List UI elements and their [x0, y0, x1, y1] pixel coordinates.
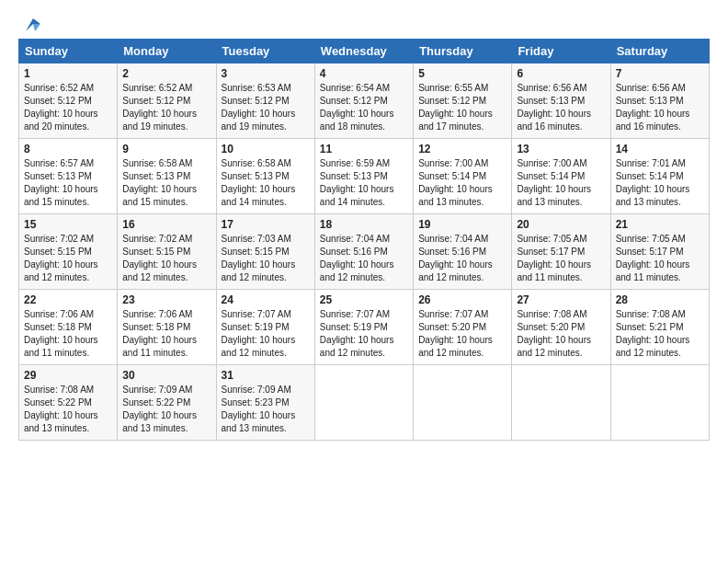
day-number: 15 [24, 218, 112, 231]
cell-text-line: Daylight: 10 hours [222, 183, 310, 196]
cell-text-line: Sunrise: 7:08 AM [616, 308, 704, 321]
cell-text-line: and 19 minutes. [122, 121, 210, 133]
day-cell: 8Sunrise: 6:57 AMSunset: 5:13 PMDaylight… [19, 139, 118, 214]
cell-text-line: Sunrise: 6:59 AM [320, 157, 408, 170]
cell-text-line: Sunrise: 6:56 AM [616, 82, 704, 95]
cell-text-line: Daylight: 10 hours [418, 334, 506, 347]
cell-text-line: Sunset: 5:15 PM [222, 246, 310, 259]
cell-text-line: Daylight: 10 hours [222, 409, 310, 422]
day-number: 9 [122, 143, 210, 155]
week-row-2: 8Sunrise: 6:57 AMSunset: 5:13 PMDaylight… [19, 139, 710, 214]
day-number: 8 [24, 143, 112, 155]
day-number: 18 [320, 218, 408, 231]
cell-text-line: Daylight: 10 hours [122, 409, 210, 422]
day-number: 16 [122, 218, 210, 231]
cell-text-line: Daylight: 10 hours [222, 108, 310, 121]
cell-text-line: Daylight: 10 hours [616, 183, 704, 196]
day-number: 29 [24, 369, 112, 382]
day-number: 14 [616, 143, 704, 155]
day-number: 5 [418, 67, 506, 80]
calendar-table: SundayMondayTuesdayWednesdayThursdayFrid… [18, 39, 710, 441]
day-number: 28 [616, 293, 704, 306]
cell-text-line: Sunrise: 7:07 AM [222, 308, 310, 321]
week-row-5: 29Sunrise: 7:08 AMSunset: 5:22 PMDayligh… [19, 365, 710, 441]
cell-text-line: Sunset: 5:23 PM [222, 396, 310, 409]
cell-text-line: Daylight: 10 hours [418, 259, 506, 271]
day-cell: 13Sunrise: 7:00 AMSunset: 5:14 PMDayligh… [512, 139, 610, 214]
logo [18, 17, 44, 33]
day-number: 26 [418, 293, 506, 306]
cell-text-line: Daylight: 10 hours [616, 334, 704, 347]
day-cell: 21Sunrise: 7:05 AMSunset: 5:17 PMDayligh… [610, 214, 709, 290]
cell-text-line: Daylight: 10 hours [616, 259, 704, 271]
svg-marker-1 [33, 24, 40, 31]
cell-text-line: and 12 minutes. [320, 271, 408, 284]
cell-text-line: and 15 minutes. [122, 196, 210, 209]
day-cell: 1Sunrise: 6:52 AMSunset: 5:12 PMDaylight… [19, 63, 118, 139]
day-number: 23 [122, 293, 210, 306]
day-number: 30 [122, 369, 210, 382]
day-number: 11 [320, 143, 408, 155]
day-cell: 30Sunrise: 7:09 AMSunset: 5:22 PMDayligh… [118, 365, 216, 441]
cell-text-line: and 13 minutes. [222, 422, 310, 435]
cell-text-line: Daylight: 10 hours [418, 183, 506, 196]
day-number: 24 [222, 293, 310, 306]
day-cell: 12Sunrise: 7:00 AMSunset: 5:14 PMDayligh… [414, 139, 512, 214]
day-cell: 7Sunrise: 6:56 AMSunset: 5:13 PMDaylight… [610, 63, 709, 139]
day-number: 1 [24, 67, 112, 80]
day-cell: 27Sunrise: 7:08 AMSunset: 5:20 PMDayligh… [512, 290, 610, 365]
cell-text-line: and 16 minutes. [517, 121, 605, 133]
cell-text-line: Sunset: 5:20 PM [517, 321, 605, 334]
cell-text-line: and 18 minutes. [320, 121, 408, 133]
cell-text-line: Sunset: 5:14 PM [517, 170, 605, 183]
cell-text-line: Sunrise: 7:05 AM [517, 233, 605, 246]
cell-text-line: Sunrise: 6:58 AM [122, 157, 210, 170]
cell-text-line: and 11 minutes. [24, 347, 112, 360]
cell-text-line: Sunset: 5:13 PM [24, 170, 112, 183]
day-cell: 2Sunrise: 6:52 AMSunset: 5:12 PMDaylight… [118, 63, 216, 139]
cell-text-line: Sunset: 5:12 PM [222, 95, 310, 108]
day-number: 4 [320, 67, 408, 80]
cell-text-line: Sunset: 5:13 PM [517, 95, 605, 108]
cell-text-line: Sunrise: 7:07 AM [320, 308, 408, 321]
cell-text-line: and 14 minutes. [320, 196, 408, 209]
cell-text-line: Sunrise: 6:53 AM [222, 82, 310, 95]
day-cell: 16Sunrise: 7:02 AMSunset: 5:15 PMDayligh… [118, 214, 216, 290]
day-number: 12 [418, 143, 506, 155]
cell-text-line: Sunrise: 7:00 AM [517, 157, 605, 170]
header-cell-thursday: Thursday [414, 40, 512, 63]
cell-text-line: Sunrise: 6:54 AM [320, 82, 408, 95]
cell-text-line: Daylight: 10 hours [122, 183, 210, 196]
cell-text-line: Daylight: 10 hours [222, 259, 310, 271]
page: SundayMondayTuesdayWednesdayThursdayFrid… [0, 0, 728, 563]
day-cell: 18Sunrise: 7:04 AMSunset: 5:16 PMDayligh… [314, 214, 413, 290]
day-cell: 26Sunrise: 7:07 AMSunset: 5:20 PMDayligh… [414, 290, 512, 365]
cell-text-line: and 12 minutes. [616, 347, 704, 360]
cell-text-line: Sunset: 5:13 PM [122, 170, 210, 183]
cell-text-line: Sunset: 5:17 PM [517, 246, 605, 259]
header-cell-wednesday: Wednesday [314, 40, 413, 63]
cell-text-line: Sunset: 5:13 PM [616, 95, 704, 108]
logo-icon [22, 17, 42, 33]
cell-text-line: Sunset: 5:22 PM [122, 396, 210, 409]
cell-text-line: and 12 minutes. [222, 271, 310, 284]
cell-text-line: Sunrise: 7:02 AM [122, 233, 210, 246]
day-cell: 9Sunrise: 6:58 AMSunset: 5:13 PMDaylight… [118, 139, 216, 214]
cell-text-line: Sunrise: 7:08 AM [24, 384, 112, 396]
cell-text-line: Daylight: 10 hours [122, 108, 210, 121]
day-number: 7 [616, 67, 704, 80]
header-cell-saturday: Saturday [610, 40, 709, 63]
week-row-3: 15Sunrise: 7:02 AMSunset: 5:15 PMDayligh… [19, 214, 710, 290]
cell-text-line: Daylight: 10 hours [24, 108, 112, 121]
cell-text-line: Sunrise: 7:06 AM [122, 308, 210, 321]
day-cell: 24Sunrise: 7:07 AMSunset: 5:19 PMDayligh… [216, 290, 314, 365]
cell-text-line: and 20 minutes. [24, 121, 112, 133]
cell-text-line: Sunrise: 6:58 AM [222, 157, 310, 170]
day-cell: 3Sunrise: 6:53 AMSunset: 5:12 PMDaylight… [216, 63, 314, 139]
cell-text-line: and 11 minutes. [517, 271, 605, 284]
cell-text-line: and 12 minutes. [222, 347, 310, 360]
cell-text-line: Daylight: 10 hours [517, 183, 605, 196]
cell-text-line: Daylight: 10 hours [122, 334, 210, 347]
day-cell: 22Sunrise: 7:06 AMSunset: 5:18 PMDayligh… [19, 290, 118, 365]
day-number: 27 [517, 293, 605, 306]
